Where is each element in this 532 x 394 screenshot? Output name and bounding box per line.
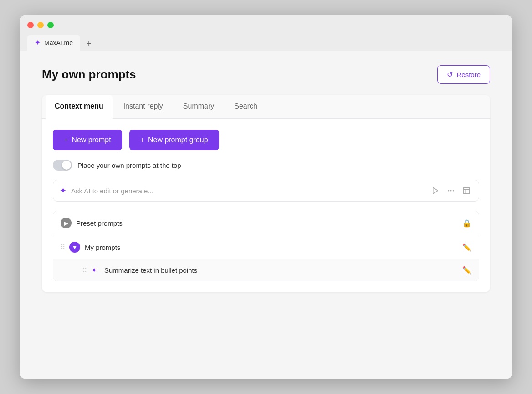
tab-summary[interactable]: Summary — [174, 95, 223, 119]
preset-expand-icon[interactable]: ▶ — [61, 218, 72, 228]
svg-point-2 — [450, 190, 452, 192]
ai-star-icon: ✦ — [60, 186, 66, 196]
close-button[interactable] — [27, 22, 34, 28]
toggle-thumb — [62, 161, 71, 170]
ai-input-placeholder: Ask AI to edit or generate... — [71, 187, 425, 195]
summarize-ai-icon: ✦ — [91, 266, 97, 275]
minimize-button[interactable] — [37, 22, 44, 28]
tab-favicon: ✦ — [35, 38, 41, 47]
svg-point-1 — [448, 190, 449, 192]
tab-context-menu[interactable]: Context menu — [46, 95, 113, 119]
ai-input-bar: ✦ Ask AI to edit or generate... — [53, 180, 479, 202]
browser-tab[interactable]: ✦ MaxAI.me — [27, 35, 80, 51]
new-prompt-plus-icon: + — [64, 136, 68, 144]
page-title: My own prompts — [42, 67, 136, 82]
card-body: + New prompt + New prompt group Place yo… — [42, 119, 490, 292]
restore-button[interactable]: ↺ Restore — [437, 65, 490, 84]
main-card: Context menu Instant reply Summary Searc… — [42, 95, 490, 292]
new-prompt-group-button[interactable]: + New prompt group — [129, 130, 219, 150]
browser-chrome: ✦ MaxAI.me + — [20, 15, 512, 51]
svg-point-3 — [453, 190, 454, 192]
toggle-row: Place your own prompts at the top — [53, 160, 479, 171]
svg-rect-4 — [463, 187, 470, 194]
svg-marker-0 — [433, 187, 438, 194]
summarize-prompt-row: ⠿ ✦ Summarize text in bullet points ✏️ — [53, 259, 479, 281]
prompt-list: ▶ Preset prompts 🔒 ⠿ ▼ My prompts ✏️ ⠿ — [53, 211, 479, 281]
my-prompts-name: My prompts — [85, 244, 458, 251]
my-prompts-edit-icon[interactable]: ✏️ — [462, 243, 471, 252]
traffic-lights — [27, 20, 505, 30]
restore-icon: ↺ — [447, 70, 453, 79]
tab-instant-reply[interactable]: Instant reply — [114, 95, 172, 119]
page-content: My own prompts ↺ Restore Context menu In… — [20, 51, 512, 379]
top-prompts-toggle[interactable] — [53, 160, 72, 171]
toggle-label: Place your own prompts at the top — [77, 161, 181, 169]
new-prompt-button[interactable]: + New prompt — [53, 130, 122, 150]
my-prompts-drag-handle[interactable]: ⠿ — [61, 244, 65, 251]
tab-bar: ✦ MaxAI.me + — [27, 35, 505, 51]
page-header: My own prompts ↺ Restore — [42, 65, 490, 84]
maximize-button[interactable] — [47, 22, 54, 28]
new-tab-button[interactable]: + — [82, 37, 96, 51]
ai-more-button[interactable] — [445, 185, 457, 197]
summarize-prompt-name: Summarize text in bullet points — [104, 266, 458, 274]
ai-send-button[interactable] — [430, 185, 441, 197]
tab-title: MaxAI.me — [44, 39, 73, 47]
my-prompts-row: ⠿ ▼ My prompts ✏️ — [53, 235, 479, 259]
summarize-drag-handle[interactable]: ⠿ — [82, 267, 87, 274]
new-prompt-group-label: New prompt group — [148, 136, 208, 144]
action-buttons: + New prompt + New prompt group — [53, 130, 479, 150]
tabs-row: Context menu Instant reply Summary Searc… — [42, 95, 490, 119]
ai-layout-button[interactable] — [460, 185, 472, 197]
browser-window: ✦ MaxAI.me + My own prompts ↺ Restore Co… — [20, 15, 512, 379]
my-prompts-expand-icon[interactable]: ▼ — [69, 242, 80, 253]
new-prompt-group-plus-icon: + — [140, 136, 144, 144]
preset-lock-icon: 🔒 — [462, 219, 471, 228]
summarize-edit-icon[interactable]: ✏️ — [462, 266, 471, 275]
restore-label: Restore — [456, 71, 481, 78]
tab-search[interactable]: Search — [225, 95, 266, 119]
new-prompt-label: New prompt — [72, 136, 111, 144]
preset-prompts-name: Preset prompts — [76, 219, 458, 227]
ai-input-actions — [430, 185, 472, 197]
preset-prompts-row: ▶ Preset prompts 🔒 — [53, 211, 479, 235]
